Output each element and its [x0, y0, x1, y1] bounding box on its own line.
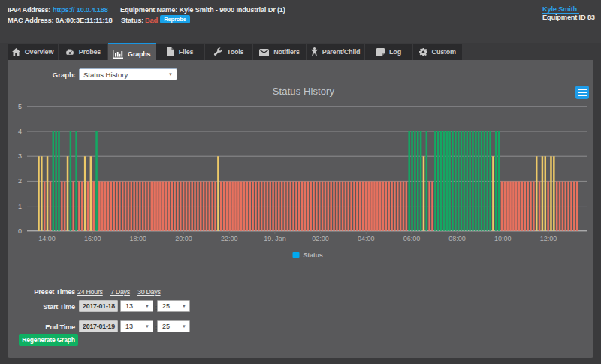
svg-text:04:00: 04:00 — [358, 235, 375, 242]
start-time-label: Start Time — [8, 303, 75, 311]
tab-label: Parent/Child — [322, 48, 361, 56]
tab-graphs[interactable]: Graphs — [108, 43, 156, 63]
equipment-id: Equipment ID 83 — [542, 14, 595, 21]
tab-parent-child[interactable]: Parent/Child — [307, 44, 364, 60]
end-hour-select[interactable]: 13 ▼ — [120, 320, 153, 332]
legend-label: Status — [303, 251, 322, 259]
home-icon — [12, 48, 20, 56]
tab-label: Overview — [25, 48, 53, 56]
svg-text:19. Jan: 19. Jan — [264, 235, 286, 242]
regenerate-graph-button[interactable]: Regenerate Graph — [19, 334, 78, 346]
tab-log[interactable]: Log — [365, 44, 412, 60]
note-icon — [376, 48, 385, 56]
svg-text:12:00: 12:00 — [540, 235, 557, 242]
end-minute-select[interactable]: 25 ▼ — [157, 320, 190, 332]
person-icon — [311, 47, 318, 56]
tab-probes[interactable]: Probes — [59, 44, 107, 60]
ipv4-label: IPv4 Address: — [8, 6, 50, 14]
tab-label: Probes — [79, 48, 101, 56]
mac-line: MAC Address: 0A:00:3E:11:11:18 — [8, 17, 112, 24]
svg-text:0: 0 — [18, 227, 22, 235]
preset-times-label: Preset Times — [8, 288, 75, 296]
gear-icon — [419, 48, 427, 56]
svg-text:08:00: 08:00 — [448, 235, 466, 242]
equipment-name-label: Equipment Name: — [120, 6, 177, 14]
svg-text:20:00: 20:00 — [175, 235, 192, 242]
mac-label: MAC Address: — [8, 17, 53, 24]
tab-files[interactable]: Files — [156, 44, 204, 60]
preset-7-days-link[interactable]: 7 Days — [110, 288, 130, 296]
svg-text:10:00: 10:00 — [494, 235, 512, 242]
header: IPv4 Address: https:// 10.0.4.188 Equipm… — [0, 0, 601, 43]
status-history-chart: 01234514:0016:0018:0020:0022:0019. Jan02… — [8, 60, 593, 248]
user-link[interactable]: Kyle Smith — [542, 5, 579, 14]
bar-chart-icon — [113, 50, 123, 59]
reprobe-button[interactable]: Reprobe — [160, 15, 190, 23]
ipv4-link[interactable]: https:// 10.0.4.188 — [53, 6, 110, 14]
start-hour-value: 13 — [125, 302, 145, 310]
start-date-input[interactable] — [79, 300, 118, 312]
end-minute-value: 25 — [162, 323, 182, 330]
tab-notifiers[interactable]: Notifiers — [253, 44, 306, 60]
svg-text:5: 5 — [18, 103, 22, 110]
end-hour-value: 13 — [125, 323, 145, 330]
tab-label: Log — [389, 48, 401, 56]
svg-text:02:00: 02:00 — [312, 235, 329, 242]
content-panel: Graph: Status History ▼ Status History 0… — [8, 60, 593, 358]
tab-label: Files — [179, 48, 194, 56]
chevron-down-icon: ▼ — [145, 324, 149, 329]
start-minute-value: 25 — [162, 302, 182, 310]
tab-bar: OverviewProbesGraphsFilesToolsNotifiersP… — [0, 43, 601, 60]
tab-label: Tools — [227, 48, 243, 56]
tab-custom[interactable]: Custom — [413, 44, 462, 60]
chart-legend[interactable]: Status — [15, 251, 601, 259]
equipment-name-value: Kyle Smith - 9000 Industrial Dr (1) — [179, 6, 285, 14]
mac-value: 0A:00:3E:11:11:18 — [56, 17, 113, 24]
svg-text:14:00: 14:00 — [38, 235, 56, 242]
svg-text:22:00: 22:00 — [221, 235, 238, 242]
end-time-label: End Time — [8, 323, 75, 331]
end-date-input[interactable] — [79, 320, 118, 332]
svg-text:06:00: 06:00 — [403, 235, 421, 242]
tab-tools[interactable]: Tools — [205, 44, 253, 60]
svg-text:4: 4 — [18, 128, 22, 135]
chevron-down-icon: ▼ — [182, 324, 186, 329]
file-icon — [167, 47, 174, 56]
tab-label: Graphs — [128, 50, 150, 58]
start-hour-select[interactable]: 13 ▼ — [120, 300, 153, 312]
tab-label: Notifiers — [273, 48, 300, 56]
envelope-icon — [259, 49, 269, 56]
chevron-down-icon: ▼ — [145, 304, 149, 308]
svg-text:2: 2 — [18, 177, 22, 185]
svg-text:3: 3 — [18, 152, 22, 160]
svg-text:1: 1 — [18, 203, 22, 210]
preset-30-days-link[interactable]: 30 Days — [137, 288, 161, 296]
status-badge: Bad — [145, 17, 158, 24]
legend-swatch — [292, 252, 299, 258]
wrench-icon — [213, 47, 222, 56]
chevron-down-icon: ▼ — [182, 304, 186, 308]
svg-text:16:00: 16:00 — [84, 235, 101, 242]
tab-overview[interactable]: Overview — [8, 44, 58, 60]
equipment-name-line: Equipment Name: Kyle Smith - 9000 Indust… — [120, 6, 285, 14]
status-label: Status: — [121, 17, 143, 24]
preset-24-hours-link[interactable]: 24 Hours — [77, 288, 103, 296]
gauge-icon — [65, 48, 74, 56]
tab-label: Custom — [432, 48, 456, 56]
start-minute-select[interactable]: 25 ▼ — [157, 300, 190, 312]
svg-text:18:00: 18:00 — [130, 235, 147, 242]
